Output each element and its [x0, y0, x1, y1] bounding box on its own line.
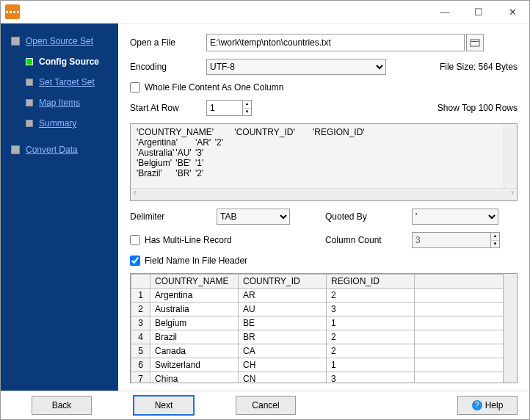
row-number: 4: [131, 330, 150, 344]
spinner-up-icon[interactable]: ▲: [490, 233, 499, 241]
grid-cell[interactable]: 1: [327, 358, 415, 372]
grid-cell[interactable]: AR: [239, 289, 327, 303]
svg-rect-1: [471, 41, 479, 42]
help-button[interactable]: ?Help: [457, 396, 518, 415]
close-button[interactable]: ✕: [495, 1, 529, 23]
sidebar-item-convert-data[interactable]: Convert Data: [1, 140, 118, 160]
grid-header[interactable]: COUNTRY_ID: [239, 275, 327, 289]
table-row[interactable]: 5CanadaCA2: [131, 344, 504, 358]
step-dot-icon: [11, 145, 20, 154]
back-button[interactable]: Back: [32, 396, 92, 415]
whole-file-checkbox[interactable]: Whole File Content As One Column: [130, 82, 283, 93]
spinner-down-icon[interactable]: ▼: [242, 109, 251, 116]
quoted-by-label: Quoted By: [325, 211, 402, 222]
row-number: 3: [131, 316, 150, 330]
table-row[interactable]: 6SwitzerlandCH1: [131, 358, 504, 372]
sidebar-item-label: Open Source Set: [26, 36, 93, 46]
spinner-down-icon[interactable]: ▼: [490, 241, 499, 248]
grid-cell[interactable]: CN: [239, 372, 327, 383]
step-dot-icon: [11, 37, 20, 46]
column-count-spinner[interactable]: ▲▼: [412, 232, 500, 248]
table-row[interactable]: 7ChinaCN3: [131, 372, 504, 383]
grid-cell[interactable]: 2: [327, 330, 415, 344]
show-top-label: Show Top 100 Rows: [438, 103, 518, 113]
spinner-up-icon[interactable]: ▲: [242, 101, 251, 109]
grid-cell[interactable]: 3: [327, 303, 415, 316]
table-row[interactable]: 2AustraliaAU3: [131, 303, 504, 316]
step-dot-icon: [26, 99, 33, 106]
maximize-button[interactable]: ☐: [462, 1, 495, 23]
grid-cell[interactable]: China: [150, 372, 239, 383]
header-checkbox-input[interactable]: [130, 256, 140, 266]
titlebar: — ☐ ✕: [1, 1, 529, 23]
sidebar-item-map-items[interactable]: Map Items: [1, 93, 118, 113]
delimiter-select[interactable]: TAB: [217, 209, 290, 225]
multiline-checkbox[interactable]: Has Multi-Line Record: [130, 235, 290, 245]
header-checkbox[interactable]: Field Name In File Header: [130, 256, 247, 266]
grid-cell[interactable]: AU: [239, 303, 327, 316]
multiline-checkbox-input[interactable]: [130, 235, 140, 245]
whole-file-checkbox-label: Whole File Content As One Column: [145, 82, 283, 93]
grid-cell[interactable]: 1: [327, 316, 415, 330]
start-row-input[interactable]: [207, 101, 242, 115]
grid-header[interactable]: COUNTRY_NAME: [150, 275, 239, 289]
multiline-checkbox-label: Has Multi-Line Record: [145, 235, 232, 245]
grid-cell[interactable]: CH: [239, 358, 327, 372]
grid-cell[interactable]: CA: [239, 344, 327, 358]
grid-vscrollbar[interactable]: [504, 274, 517, 383]
sidebar-item-summary[interactable]: Summary: [1, 113, 118, 134]
file-size-label: File Size: 564 Bytes: [440, 62, 518, 72]
row-number: 1: [131, 289, 150, 303]
sidebar-item-config-source[interactable]: Config Source: [1, 51, 118, 72]
whole-file-checkbox-input[interactable]: [130, 82, 140, 93]
grid-cell[interactable]: Canada: [150, 344, 239, 358]
grid-header[interactable]: REGION_ID: [327, 275, 415, 289]
grid-cell[interactable]: BR: [239, 330, 327, 344]
browse-file-button[interactable]: [466, 34, 484, 51]
table-row[interactable]: 3BelgiumBE1: [131, 316, 504, 330]
table-row[interactable]: 1ArgentinaAR2: [131, 289, 504, 303]
sidebar-item-open-source-set[interactable]: Open Source Set: [1, 31, 118, 51]
data-grid[interactable]: COUNTRY_NAMECOUNTRY_IDREGION_ID1Argentin…: [130, 273, 518, 383]
row-number: 6: [131, 358, 150, 372]
sidebar-item-label: Convert Data: [26, 145, 78, 155]
grid-cell[interactable]: Australia: [150, 303, 239, 316]
sidebar-item-label: Set Target Set: [39, 77, 95, 87]
table-row[interactable]: 4BrazilBR2: [131, 330, 504, 344]
raw-preview-text: 'COUNTRY_NAME' 'COUNTRY_ID' 'REGION_ID' …: [131, 124, 504, 188]
preview-hscrollbar[interactable]: [131, 188, 517, 200]
open-file-input[interactable]: [206, 34, 465, 51]
wizard-window: — ☐ ✕ Open Source SetConfig SourceSet Ta…: [0, 0, 530, 420]
next-button[interactable]: Next: [133, 395, 195, 416]
grid-cell[interactable]: Argentina: [150, 289, 239, 303]
grid-cell[interactable]: 2: [327, 289, 415, 303]
row-number: 5: [131, 344, 150, 358]
encoding-select[interactable]: UTF-8: [206, 59, 386, 75]
sidebar-item-label: Map Items: [39, 98, 80, 108]
preview-vscrollbar[interactable]: [504, 124, 517, 188]
button-bar: Back Next Cancel ?Help: [1, 391, 529, 419]
grid-cell[interactable]: 3: [327, 372, 415, 383]
column-count-input: [413, 233, 490, 247]
raw-preview: 'COUNTRY_NAME' 'COUNTRY_ID' 'REGION_ID' …: [130, 123, 518, 201]
help-icon: ?: [472, 400, 482, 410]
sidebar-item-set-target-set[interactable]: Set Target Set: [1, 72, 118, 93]
folder-icon: [470, 38, 480, 47]
start-row-spinner[interactable]: ▲▼: [206, 100, 252, 116]
cancel-button[interactable]: Cancel: [236, 396, 296, 415]
grid-cell[interactable]: Switzerland: [150, 358, 239, 372]
quoted-by-select[interactable]: ': [412, 209, 498, 225]
wizard-sidebar: Open Source SetConfig SourceSet Target S…: [1, 23, 118, 391]
encoding-label: Encoding: [130, 62, 206, 72]
grid-corner: [131, 275, 150, 289]
grid-cell[interactable]: 2: [327, 344, 415, 358]
step-dot-icon: [26, 79, 33, 86]
grid-cell[interactable]: Brazil: [150, 330, 239, 344]
grid-cell[interactable]: BE: [239, 316, 327, 330]
step-dot-icon: [26, 58, 33, 65]
header-checkbox-label: Field Name In File Header: [145, 256, 247, 266]
row-number: 2: [131, 303, 150, 316]
grid-cell[interactable]: Belgium: [150, 316, 239, 330]
minimize-button[interactable]: —: [428, 1, 462, 23]
delimiter-label: Delimiter: [130, 211, 206, 222]
